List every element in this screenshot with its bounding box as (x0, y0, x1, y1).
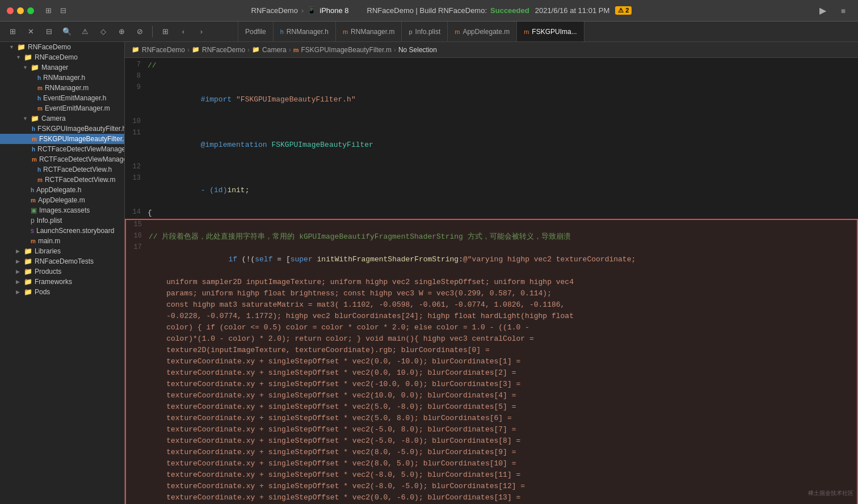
hierarchy-icon-btn[interactable]: ⊟ (41, 24, 57, 40)
grid-icon-btn[interactable]: ⊞ (157, 24, 173, 40)
fskgpu-m-tree-icon: m (32, 136, 37, 142)
tree-item-rctface-m[interactable]: m RCTFaceDetectViewManager.m (0, 154, 124, 164)
tree-item-images[interactable]: ▣ Images.xcassets (0, 205, 124, 215)
tree-label-rnmanager-h: RNManager.h (43, 74, 85, 82)
plist-tree-icon: p (31, 217, 35, 225)
tab-rnmanager-h[interactable]: h RNManager.h (274, 22, 336, 41)
tree-item-rnmanager-h[interactable]: h RNManager.h (0, 73, 124, 83)
fullscreen-button[interactable] (27, 7, 34, 14)
rctface-h-icon: h (32, 146, 35, 153)
line-content-9: #import "FSKGPUImageBeautyFilter.h" (148, 83, 858, 117)
rctfaceview-h-icon: h (37, 167, 41, 173)
stop-button[interactable]: ■ (835, 3, 851, 19)
nav-forward-btn[interactable]: › (194, 24, 209, 40)
breadcrumb-camera[interactable]: Camera (262, 46, 287, 54)
tag-icon-btn[interactable]: ⊕ (113, 24, 129, 40)
code-editor[interactable]: 7 // 8 9 #import "FSKGPUImageBeautyFilte… (125, 58, 858, 504)
tree-label-info-plist: Info.plist (37, 217, 62, 225)
search-icon-btn[interactable]: 🔍 (59, 24, 75, 40)
frameworks-icon: 📁 (24, 278, 32, 286)
line-num-cont-8 (126, 356, 149, 357)
nav-back-btn[interactable]: ‹ (175, 24, 191, 40)
tree-item-rctface-h[interactable]: h RCTFaceDetectViewManager.h (0, 144, 124, 154)
fskgpu-tab-label: FSKGPUIma... (532, 28, 577, 36)
breadcrumb-rnfacedemo2[interactable]: RNFaceDemo (202, 46, 245, 54)
pods-icon: 📁 (24, 288, 32, 296)
tab-podfile[interactable]: Podfile (238, 22, 274, 41)
tree-label-frameworks: Frameworks (35, 278, 72, 286)
line-num-cont-1 (126, 277, 149, 277)
alert-icon-btn[interactable]: ⚠ (77, 24, 93, 40)
line-content-cont-18: textureCoordinate.xy + singleStepOffset … (149, 469, 857, 481)
breadcrumb-no-selection[interactable]: No Selection (398, 46, 437, 54)
line-num-9: 9 (125, 83, 148, 91)
tab-appdelegate-m[interactable]: m AppDelegate.m (448, 22, 517, 41)
rnmanagerm-tab-label: RNManager.m (351, 28, 394, 36)
tree-item-rctfaceview-m[interactable]: m RCTFaceDetectView.m (0, 175, 124, 185)
tree-item-manager[interactable]: ▼ 📁 Manager (0, 62, 124, 73)
breadcrumb-m-icon: m (293, 46, 299, 53)
line-num-cont-4 (126, 311, 149, 311)
tree-item-camera[interactable]: ▼ 📁 Camera (0, 113, 124, 124)
tree-item-frameworks[interactable]: ▶ 📁 Frameworks (0, 277, 124, 287)
filter-icon-btn[interactable]: ✕ (23, 24, 39, 40)
tree-item-pods[interactable]: ▶ 📁 Pods (0, 287, 124, 297)
tree-item-libraries[interactable]: ▶ 📁 Libraries (0, 246, 124, 256)
podfile-tab-label: Podfile (245, 28, 266, 36)
line-content-12 (148, 162, 858, 173)
code-line-cont-4: -0.0228, -0.0774, 1.1772); highp vec2 bl… (126, 311, 857, 322)
breadcrumb-rnfacedemo1[interactable]: RNFaceDemo (142, 46, 185, 54)
line-num-cont-11 (126, 390, 149, 391)
tree-item-rnfacedemo-root[interactable]: ▼ 📁 RNFaceDemo (0, 42, 124, 52)
code-line-8: 8 (125, 71, 858, 83)
line-num-7: 7 (125, 60, 148, 69)
code-line-cont-10: textureCoordinate.xy + singleStepOffset … (126, 379, 857, 390)
line-num-cont-7 (126, 345, 149, 345)
tab-rnmanager-m[interactable]: m RNManager.m (336, 22, 402, 41)
tree-item-rnmanager-m[interactable]: m RNManager.m (0, 83, 124, 93)
line-content-16: // 片段着色器，此处直接用字符串，常用的 kGPUImageBeautifyF… (149, 231, 857, 243)
tests-icon: 📁 (24, 257, 32, 265)
tree-arrow-manager: ▼ (23, 65, 28, 70)
line-content-cont-6: color)*(1.0 - color) * 2.0); return colo… (149, 333, 857, 345)
tree-label-eventemit-h: EventEmitManager.h (43, 94, 106, 102)
code-line-cont-3: const highp mat3 saturateMatrix = mat3( … (126, 299, 857, 311)
tree-item-main-m[interactable]: m main.m (0, 236, 124, 246)
tree-item-eventemit-h[interactable]: h EventEmitManager.h (0, 93, 124, 103)
tree-item-fskgpu-h[interactable]: h FSKGPUImageBeautyFilter.h (0, 124, 124, 134)
tree-arrow-camera: ▼ (23, 116, 28, 121)
rnmanagerh-tab-label: RNManager.h (287, 28, 329, 36)
run-button[interactable]: ▶ (815, 3, 831, 19)
tree-label-rctfaceview-h: RCTFaceDetectView.h (43, 166, 112, 173)
view-toggle-icon[interactable]: ⊟ (58, 6, 68, 16)
tree-item-rnfacedemo[interactable]: ▼ 📁 RNFaceDemo (0, 52, 124, 62)
shapes-icon-btn[interactable]: ◇ (95, 24, 111, 40)
tab-info-plist[interactable]: p Info.plist (402, 22, 448, 41)
xcassets-icon: ▣ (31, 206, 37, 214)
tree-item-rnfacedemotests[interactable]: ▶ 📁 RNFaceDemoTests (0, 256, 124, 266)
highlighted-error-block: 15 16 // 片段着色器，此处直接用字符串，常用的 kGPUImageBea… (125, 219, 858, 504)
minimize-button[interactable] (17, 7, 24, 14)
folder-icon-btn[interactable]: ⊞ (5, 24, 20, 40)
line-content-cont-14: textureCoordinate.xy + singleStepOffset … (149, 424, 857, 435)
line-content-cont-8: textureCoordinate.xy + singleStepOffset … (149, 356, 857, 367)
breadcrumb-fskgpu[interactable]: FSKGPUImageBeautyFilter.m (301, 46, 392, 54)
tree-item-info-plist[interactable]: p Info.plist (0, 215, 124, 226)
tab-fskgpu[interactable]: m FSKGPUIma... (517, 22, 584, 41)
tree-item-products[interactable]: ▶ 📁 Products (0, 266, 124, 277)
close-button[interactable] (7, 7, 14, 14)
line-num-8: 8 (125, 71, 148, 80)
sidebar-toggle-icon[interactable]: ⊞ (43, 6, 53, 16)
line-num-15: 15 (126, 220, 149, 228)
line-num-12: 12 (125, 162, 148, 171)
tree-item-rctfaceview-h[interactable]: h RCTFaceDetectView.h (0, 164, 124, 175)
tree-item-eventemit-m[interactable]: m EventEmitManager.m (0, 103, 124, 113)
tree-item-appdelegate-h[interactable]: h AppDelegate.h (0, 185, 124, 195)
git-icon-btn[interactable]: ⊘ (132, 24, 148, 40)
storyboard-icon: s (31, 227, 34, 235)
rnmanager-m-icon: m (37, 85, 43, 91)
tree-item-appdelegate-m[interactable]: m AppDelegate.m (0, 195, 124, 205)
tree-item-fskgpu-m[interactable]: m FSKGPUImageBeautyFilter.m (0, 134, 124, 144)
tree-label-manager: Manager (41, 63, 68, 71)
tree-item-launchscreen[interactable]: s LaunchScreen.storyboard (0, 226, 124, 236)
